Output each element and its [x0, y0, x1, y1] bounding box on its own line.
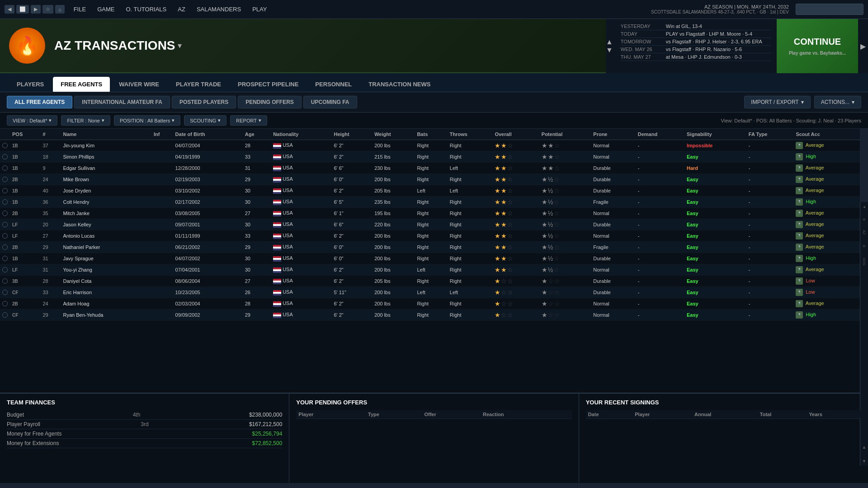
view-button[interactable]: VIEW : Default* ▾ [7, 115, 57, 126]
table-row[interactable]: LF 31 You-yi Zhang 07/04/2001 30 USA 6' … [0, 264, 860, 276]
table-row[interactable]: 2B 29 Nathaniel Parker 06/21/2002 29 USA… [0, 242, 860, 253]
scouting-button[interactable]: SCOUTING ▾ [184, 115, 226, 126]
subtab-posted-players[interactable]: POSTED PLAYERS [172, 96, 236, 108]
nav-salamanders[interactable]: SALAMANDERS [192, 4, 245, 14]
sidebar-icon-2[interactable]: ≡ [862, 218, 867, 221]
th-bats[interactable]: Bats [415, 129, 447, 140]
row-name[interactable]: You-yi Zhang [61, 264, 152, 276]
subtab-international-amateur[interactable]: INTERNATIONAL AMATEUR FA [74, 96, 170, 108]
th-num[interactable]: # [40, 129, 61, 140]
tab-free-agents[interactable]: FREE AGENTS [53, 77, 110, 92]
tab-transaction-news[interactable]: TRANSACTION NEWS [361, 77, 438, 92]
th-throws[interactable]: Throws [448, 129, 493, 140]
schedule-expand-up[interactable]: ▲ [606, 38, 613, 46]
row-radio[interactable] [0, 230, 10, 242]
table-row[interactable]: 1B 18 Simon Phillips 04/19/1999 33 USA 6… [0, 151, 860, 163]
row-name[interactable]: Nathaniel Parker [61, 242, 152, 253]
row-radio[interactable] [0, 185, 10, 197]
row-radio[interactable] [0, 242, 10, 253]
row-radio[interactable] [0, 163, 10, 174]
nav-tutorials[interactable]: O. TUTORIALS [121, 4, 171, 14]
report-button[interactable]: REPORT ▾ [230, 115, 267, 126]
sidebar-scroll-down[interactable]: ▼ [862, 459, 867, 464]
th-age[interactable]: Age [243, 129, 271, 140]
row-name[interactable]: Colt Hendry [61, 197, 152, 208]
table-row[interactable]: LF 27 Antonio Lucas 01/11/1999 33 USA 6'… [0, 230, 860, 242]
sidebar-icon-3[interactable]: ≡ [863, 244, 866, 249]
th-nat[interactable]: Nationality [271, 129, 331, 140]
row-radio[interactable] [0, 208, 10, 219]
row-radio[interactable] [0, 197, 10, 208]
row-name[interactable]: Edgar Sullivan [61, 163, 152, 174]
table-row[interactable]: LF 20 Jason Kelley 09/07/2001 30 USA 6' … [0, 219, 860, 230]
players-table-container[interactable]: POS # Name Inf Date of Birth Age Nationa… [0, 129, 860, 393]
row-name[interactable]: Jin-young Kim [61, 140, 152, 151]
tab-personnel[interactable]: PERSONNEL [307, 77, 359, 92]
table-row[interactable]: 2B 35 Mitch Janke 03/08/2005 27 USA 6' 1… [0, 208, 860, 219]
row-radio[interactable] [0, 298, 10, 310]
subtab-all-free-agents[interactable]: ALL FREE AGENTS [7, 96, 72, 108]
table-row[interactable]: CF 33 Eric Harrison 10/23/2005 26 USA 5'… [0, 287, 860, 298]
sidebar-icon-az[interactable]: AZ [862, 230, 866, 235]
th-name[interactable]: Name [61, 129, 152, 140]
row-radio[interactable] [0, 253, 10, 264]
row-radio[interactable] [0, 287, 10, 298]
th-dob[interactable]: Date of Birth [173, 129, 243, 140]
row-name[interactable]: Adam Hoag [61, 298, 152, 310]
row-name[interactable]: Javy Sprague [61, 253, 152, 264]
th-weight[interactable]: Weight [372, 129, 415, 140]
tab-prospect-pipeline[interactable]: PROSPECT PIPELINE [230, 77, 306, 92]
actions-button[interactable]: ACTIONS... ▾ [814, 96, 861, 108]
row-name[interactable]: Ryan Ben-Yehuda [61, 310, 152, 321]
row-name[interactable]: Jose Dryden [61, 185, 152, 197]
table-row[interactable]: 2B 24 Mike Brown 02/19/2003 29 USA 6' 0"… [0, 174, 860, 185]
nav-forward[interactable]: ▶ [31, 5, 41, 14]
th-prone[interactable]: Prone [591, 129, 635, 140]
row-name[interactable]: Simon Phillips [61, 151, 152, 163]
subtab-upcoming-fa[interactable]: UPCOMING FA [303, 96, 357, 108]
search-input[interactable] [796, 4, 863, 15]
tab-players[interactable]: PLAYERS [9, 77, 52, 92]
table-row[interactable]: 3B 28 Daniyel Cota 08/06/2004 27 USA 6' … [0, 276, 860, 287]
th-inf[interactable]: Inf [151, 129, 173, 140]
sidebar-scroll-up[interactable]: ▲ [862, 445, 867, 450]
th-pos[interactable]: POS [10, 129, 40, 140]
nav-back[interactable]: ◀ [5, 5, 14, 14]
subtab-pending-offers[interactable]: PENDING OFFERS [238, 96, 302, 108]
schedule-expand-down[interactable]: ▼ [606, 46, 613, 54]
table-row[interactable]: 1B 31 Javy Sprague 04/07/2002 30 USA 6' … [0, 253, 860, 264]
table-row[interactable]: 1B 9 Edgar Sullivan 12/28/2000 31 USA 6'… [0, 163, 860, 174]
row-radio[interactable] [0, 219, 10, 230]
table-row[interactable]: 1B 40 Jose Dryden 03/10/2002 30 USA 6' 2… [0, 185, 860, 197]
sidebar-icon-sog[interactable]: SOG [862, 258, 866, 266]
row-radio[interactable] [0, 276, 10, 287]
nav-house[interactable]: ⌂ [55, 5, 65, 14]
row-name[interactable]: Eric Harrison [61, 287, 152, 298]
nav-home[interactable]: ⬜ [16, 5, 29, 14]
table-row[interactable]: CF 29 Ryan Ben-Yehuda 09/09/2002 29 USA … [0, 310, 860, 321]
table-row[interactable]: 2B 24 Adam Hoag 02/03/2004 28 USA 6' 2" … [0, 298, 860, 310]
row-radio[interactable] [0, 264, 10, 276]
continue-button[interactable]: CONTINUE Play game vs. Bayhawks... [777, 19, 858, 73]
row-name[interactable]: Antonio Lucas [61, 230, 152, 242]
th-demand[interactable]: Demand [636, 129, 684, 140]
filter-button[interactable]: FILTER : None ▾ [61, 115, 110, 126]
nav-az[interactable]: AZ [173, 4, 190, 14]
th-overall[interactable]: Overall [492, 129, 539, 140]
row-name[interactable]: Mitch Janke [61, 208, 152, 219]
row-name[interactable]: Daniyel Cota [61, 276, 152, 287]
row-radio[interactable] [0, 310, 10, 321]
import-export-button[interactable]: IMPORT / EXPORT ▾ [744, 96, 810, 108]
th-height[interactable]: Height [331, 129, 372, 140]
th-potential[interactable]: Potential [539, 129, 591, 140]
row-radio[interactable] [0, 174, 10, 185]
sidebar-icon-1[interactable]: ◂ [863, 204, 865, 209]
th-scout[interactable]: Scout Acc [793, 129, 860, 140]
tab-player-trade[interactable]: PLAYER TRADE [168, 77, 229, 92]
th-signability[interactable]: Signability [684, 129, 746, 140]
title-dropdown-icon[interactable]: ▾ [178, 41, 182, 51]
row-name[interactable]: Jason Kelley [61, 219, 152, 230]
nav-star[interactable]: ☆ [42, 5, 53, 14]
row-name[interactable]: Mike Brown [61, 174, 152, 185]
table-row[interactable]: 1B 36 Colt Hendry 02/17/2002 30 USA 6' 5… [0, 197, 860, 208]
